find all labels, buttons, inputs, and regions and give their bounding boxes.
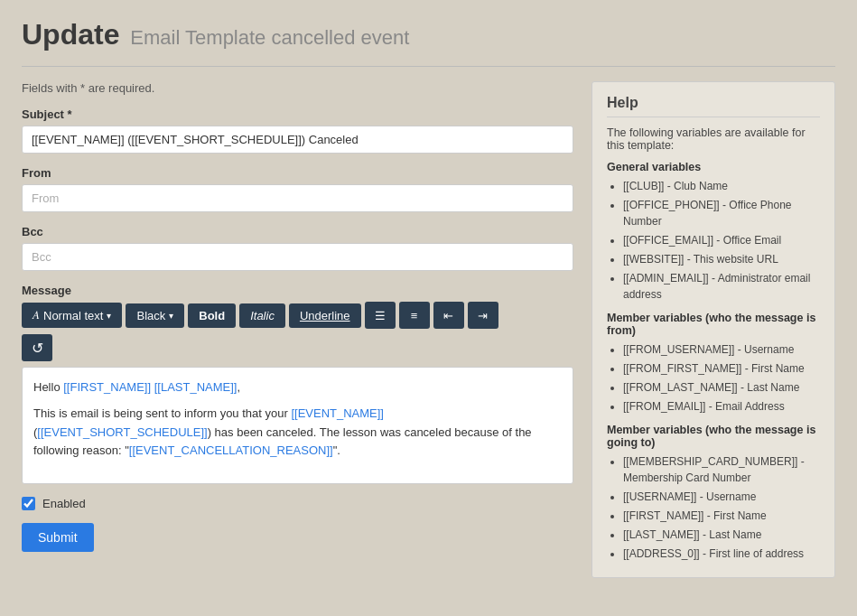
list-item: [[ADMIN_EMAIL]] - Administrator email ad…: [623, 270, 820, 303]
subject-input[interactable]: [22, 126, 573, 154]
bold-label: Bold: [199, 309, 225, 322]
help-panel: Help The following variables are availab…: [592, 81, 835, 578]
message-group: Message 𝐴 Normal text ▾ Black ▾ Bold: [22, 284, 573, 484]
normal-text-label: Normal text: [43, 309, 103, 322]
ordered-list-icon: ≡: [411, 309, 418, 322]
member-to-title: Member variables (who the message is goi…: [607, 424, 820, 449]
from-group: From: [22, 166, 573, 212]
unordered-list-icon: ☰: [375, 309, 386, 322]
list-item: [[LAST_NAME]] - Last Name: [623, 527, 820, 543]
list-item: [[OFFICE_PHONE]] - Office Phone Number: [623, 197, 820, 229]
required-note: Fields with * are required.: [22, 81, 573, 95]
black-label: Black: [136, 309, 165, 322]
first-name-var: [[FIRST_NAME]]: [63, 380, 151, 394]
cancellation-reason-var: [[EVENT_CANCELLATION_REASON]]: [129, 443, 333, 457]
event-name-var: [[EVENT_NAME]]: [291, 406, 384, 420]
italic-button[interactable]: Italic: [239, 303, 285, 328]
message-label: Message: [22, 284, 573, 297]
member-from-title: Member variables (who the message is fro…: [607, 312, 820, 337]
general-variables-list: [[CLUB]] - Club Name [[OFFICE_PHONE]] - …: [607, 178, 820, 303]
help-title: Help: [607, 95, 820, 117]
page-subtitle: Email Template cancelled event: [130, 26, 409, 49]
refresh-button[interactable]: ↺: [22, 334, 52, 361]
indent-icon: ⇥: [478, 309, 488, 322]
header-divider: [22, 66, 835, 67]
italic-label: Italic: [250, 309, 275, 322]
subject-label: Subject *: [22, 107, 573, 121]
enabled-checkbox[interactable]: [22, 497, 35, 510]
indent-button[interactable]: ⇥: [468, 302, 498, 329]
event-schedule-var: [[EVENT_SHORT_SCHEDULE]]: [37, 425, 207, 439]
from-input[interactable]: [22, 184, 573, 212]
normal-text-arrow-icon: ▾: [107, 311, 111, 321]
bcc-group: Bcc: [22, 225, 573, 271]
main-layout: Fields with * are required. Subject * Fr…: [22, 81, 835, 578]
subject-group: Subject *: [22, 107, 573, 154]
underline-label: Underline: [300, 309, 350, 322]
ordered-list-button[interactable]: ≡: [399, 302, 430, 329]
refresh-icon: ↺: [32, 340, 43, 357]
enabled-row: Enabled: [22, 497, 573, 510]
help-intro: The following variables are available fo…: [607, 126, 820, 152]
font-icon: 𝐴: [33, 308, 40, 322]
list-item: [[MEMBERSHIP_CARD_NUMBER]] - Membership …: [623, 453, 820, 486]
submit-button[interactable]: Submit: [22, 523, 94, 552]
bcc-label: Bcc: [22, 225, 573, 238]
list-item: [[FROM_FIRST_NAME]] - First Name: [623, 360, 820, 377]
list-item: [[WEBSITE]] - This website URL: [623, 251, 820, 267]
list-item: [[USERNAME]] - Username: [623, 489, 820, 505]
toolbar-row2: ↺: [22, 334, 573, 361]
form-section: Fields with * are required. Subject * Fr…: [22, 81, 573, 552]
member-from-list: [[FROM_USERNAME]] - Username [[FROM_FIRS…: [607, 341, 820, 415]
page-header: Update Email Template cancelled event: [22, 18, 835, 51]
list-item: [[FIRST_NAME]] - First Name: [623, 508, 820, 524]
page-title: Update: [22, 18, 119, 51]
normal-text-button[interactable]: 𝐴 Normal text ▾: [22, 303, 122, 328]
list-item: [[OFFICE_EMAIL]] - Office Email: [623, 232, 820, 248]
member-to-list: [[MEMBERSHIP_CARD_NUMBER]] - Membership …: [607, 453, 820, 562]
list-item: [[FROM_USERNAME]] - Username: [623, 341, 820, 358]
outdent-button[interactable]: ⇤: [433, 302, 464, 329]
bcc-input[interactable]: [22, 243, 573, 271]
underline-button[interactable]: Underline: [289, 303, 361, 328]
enabled-label: Enabled: [42, 497, 86, 510]
black-arrow-icon: ▾: [169, 311, 173, 321]
unordered-list-button[interactable]: ☰: [365, 302, 396, 329]
black-color-button[interactable]: Black ▾: [126, 303, 184, 328]
outdent-icon: ⇤: [443, 309, 453, 322]
message-line1: Hello [[FIRST_NAME]] [[LAST_NAME]],: [33, 378, 562, 397]
general-variables-title: General variables: [607, 161, 820, 173]
message-editor[interactable]: Hello [[FIRST_NAME]] [[LAST_NAME]], This…: [22, 367, 573, 484]
list-item: [[ADDRESS_0]] - First line of address: [623, 546, 820, 562]
message-toolbar: 𝐴 Normal text ▾ Black ▾ Bold Italic: [22, 302, 573, 329]
list-item: [[CLUB]] - Club Name: [623, 178, 820, 194]
list-item: [[FROM_EMAIL]] - Email Address: [623, 398, 820, 415]
message-line2: This is email is being sent to inform yo…: [33, 405, 562, 461]
last-name-var: [[LAST_NAME]]: [154, 380, 238, 394]
from-label: From: [22, 166, 573, 180]
list-item: [[FROM_LAST_NAME]] - Last Name: [623, 379, 820, 396]
bold-button[interactable]: Bold: [188, 303, 236, 328]
